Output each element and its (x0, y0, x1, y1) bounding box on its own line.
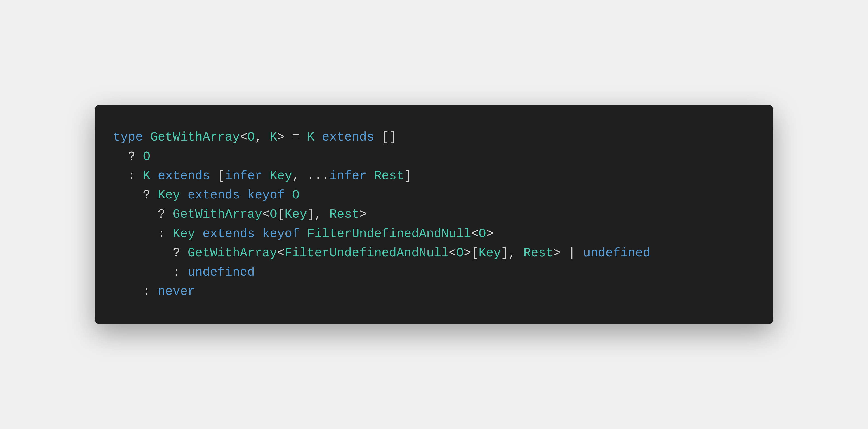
token-kw-infer: infer (225, 169, 262, 183)
token-punct (367, 169, 374, 183)
code-line: ? GetWithArray<O[Key], Rest> (113, 205, 755, 224)
token-kw-extends: extends (188, 188, 240, 202)
token-punct: ? (143, 188, 158, 202)
token-type-param: O (270, 207, 277, 222)
token-type-param: O (456, 246, 464, 260)
token-punct: [] (374, 130, 397, 144)
code-line: : K extends [infer Key, ...infer Rest] (113, 166, 755, 185)
token-punct: ? (158, 207, 173, 222)
token-kw-undefined: undefined (188, 265, 255, 280)
token-kw-extends: extends (203, 227, 255, 241)
token-type-param: K (143, 169, 150, 183)
code-line: : never (113, 282, 755, 301)
token-punct: < (449, 246, 456, 260)
token-kw-type: type (113, 130, 143, 144)
token-punct (300, 227, 307, 241)
token-punct: ], (501, 246, 523, 260)
token-type-param: Rest (523, 246, 553, 260)
token-type-param: Key (270, 169, 292, 183)
token-type-param: Key (478, 246, 501, 260)
token-punct: , ... (292, 169, 329, 183)
token-punct: < (277, 246, 285, 260)
token-type-name: GetWithArray (150, 130, 240, 144)
indent (113, 207, 158, 222)
code-block: type GetWithArray<O, K> = K extends [] ?… (95, 105, 773, 324)
token-type-param: O (143, 149, 150, 164)
token-punct: : (173, 265, 188, 280)
code-content: type GetWithArray<O, K> = K extends [] ?… (113, 127, 755, 301)
token-punct (285, 188, 292, 202)
token-kw-extends: extends (158, 169, 210, 183)
token-punct: : (128, 169, 143, 183)
indent (113, 284, 143, 299)
token-punct: < (262, 207, 270, 222)
token-punct (180, 188, 188, 202)
token-type-param: K (270, 130, 277, 144)
token-type-param: Key (158, 188, 180, 202)
indent (113, 149, 128, 164)
token-punct (240, 188, 247, 202)
token-type-param: Key (285, 207, 307, 222)
token-punct (150, 169, 158, 183)
indent (113, 188, 143, 202)
token-type-param: O (478, 227, 486, 241)
token-type-param: O (292, 188, 300, 202)
token-kw-never: never (158, 284, 195, 299)
token-kw-keyof: keyof (247, 188, 285, 202)
code-line: : undefined (113, 263, 755, 282)
indent (113, 169, 128, 183)
code-line: ? O (113, 147, 755, 166)
token-punct: < (471, 227, 478, 241)
token-punct: > (486, 227, 493, 241)
token-kw-undefined: undefined (583, 246, 650, 260)
token-type-name: GetWithArray (173, 207, 262, 222)
token-type-param: Key (173, 227, 195, 241)
token-punct: < (240, 130, 247, 144)
token-punct: >[ (464, 246, 478, 260)
code-line: : Key extends keyof FilterUndefinedAndNu… (113, 224, 755, 244)
token-punct: > (359, 207, 367, 222)
token-punct: , (255, 130, 270, 144)
token-type-param: Rest (374, 169, 404, 183)
token-punct (262, 169, 270, 183)
token-punct (143, 130, 150, 144)
token-punct: ] (404, 169, 411, 183)
token-punct: ? (128, 149, 143, 164)
token-punct: : (143, 284, 158, 299)
token-type-name: FilterUndefinedAndNull (307, 227, 471, 241)
token-type-name: GetWithArray (188, 246, 277, 260)
token-punct: : (158, 227, 173, 241)
token-type-param: O (247, 130, 255, 144)
token-punct (195, 227, 203, 241)
token-punct: [ (210, 169, 225, 183)
token-punct: > | (553, 246, 583, 260)
token-kw-infer: infer (329, 169, 367, 183)
token-punct: ], (307, 207, 329, 222)
token-punct: ? (173, 246, 188, 260)
token-type-param: Rest (329, 207, 359, 222)
code-line: type GetWithArray<O, K> = K extends [] (113, 127, 755, 147)
token-punct (314, 130, 322, 144)
token-type-name: FilterUndefinedAndNull (285, 246, 449, 260)
indent (113, 227, 158, 241)
token-kw-extends: extends (322, 130, 374, 144)
token-punct: [ (277, 207, 285, 222)
indent (113, 265, 173, 280)
indent (113, 246, 173, 260)
token-kw-keyof: keyof (262, 227, 300, 241)
code-line: ? Key extends keyof O (113, 185, 755, 205)
code-line: ? GetWithArray<FilterUndefinedAndNull<O>… (113, 244, 755, 263)
token-punct: > = (277, 130, 307, 144)
token-type-param: K (307, 130, 314, 144)
token-punct (255, 227, 262, 241)
